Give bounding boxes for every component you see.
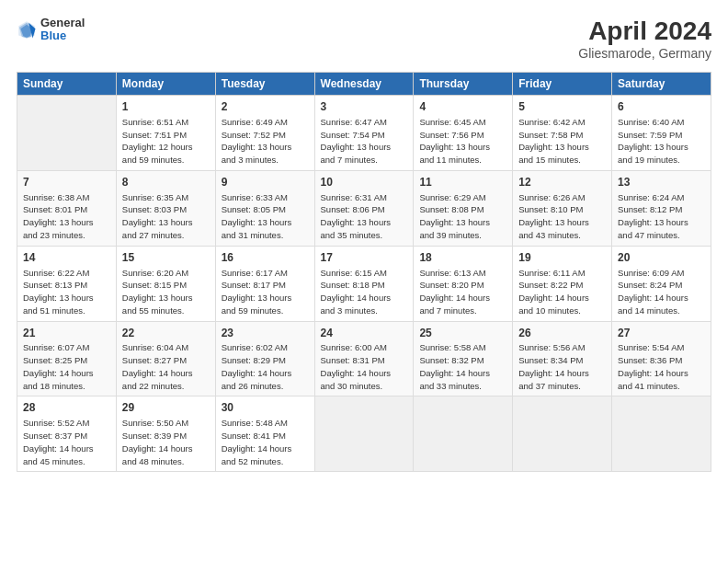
calendar-cell: 15Sunrise: 6:20 AM Sunset: 8:15 PM Dayli… xyxy=(116,246,215,321)
cell-info: Sunrise: 6:09 AM Sunset: 8:24 PM Dayligh… xyxy=(618,267,705,317)
day-number: 29 xyxy=(122,400,210,416)
logo-blue-text: Blue xyxy=(40,29,85,42)
week-row-1: 1Sunrise: 6:51 AM Sunset: 7:51 PM Daylig… xyxy=(17,96,711,171)
calendar-table: SundayMondayTuesdayWednesdayThursdayFrid… xyxy=(17,72,711,472)
cell-info: Sunrise: 5:48 AM Sunset: 8:41 PM Dayligh… xyxy=(222,417,309,467)
day-number: 30 xyxy=(222,400,309,416)
cell-info: Sunrise: 6:24 AM Sunset: 8:12 PM Dayligh… xyxy=(618,191,705,242)
cell-info: Sunrise: 6:35 AM Sunset: 8:03 PM Dayligh… xyxy=(122,191,210,242)
calendar-cell: 30Sunrise: 5:48 AM Sunset: 8:41 PM Dayli… xyxy=(215,396,314,472)
day-number: 23 xyxy=(222,326,309,341)
calendar-cell: 5Sunrise: 6:42 AM Sunset: 7:58 PM Daylig… xyxy=(513,96,612,171)
day-header-friday: Friday xyxy=(513,73,612,96)
calendar-cell: 19Sunrise: 6:11 AM Sunset: 8:22 PM Dayli… xyxy=(513,246,612,321)
calendar-cell: 4Sunrise: 6:45 AM Sunset: 7:56 PM Daylig… xyxy=(414,96,513,171)
calendar-cell: 13Sunrise: 6:24 AM Sunset: 8:12 PM Dayli… xyxy=(612,170,711,246)
day-number: 25 xyxy=(419,326,506,341)
cell-info: Sunrise: 6:04 AM Sunset: 8:27 PM Dayligh… xyxy=(122,341,210,392)
calendar-cell: 29Sunrise: 5:50 AM Sunset: 8:39 PM Dayli… xyxy=(116,396,215,472)
cell-info: Sunrise: 6:02 AM Sunset: 8:29 PM Dayligh… xyxy=(222,341,309,392)
calendar-cell: 24Sunrise: 6:00 AM Sunset: 8:31 PM Dayli… xyxy=(314,321,414,396)
day-number: 1 xyxy=(122,99,210,115)
day-number: 15 xyxy=(122,250,210,266)
day-header-tuesday: Tuesday xyxy=(215,73,314,96)
cell-info: Sunrise: 6:07 AM Sunset: 8:25 PM Dayligh… xyxy=(23,341,110,392)
cell-info: Sunrise: 6:00 AM Sunset: 8:31 PM Dayligh… xyxy=(321,341,408,392)
day-number: 4 xyxy=(419,99,506,115)
day-number: 28 xyxy=(23,400,110,416)
calendar-cell: 7Sunrise: 6:38 AM Sunset: 8:01 PM Daylig… xyxy=(17,170,117,246)
cell-info: Sunrise: 6:11 AM Sunset: 8:22 PM Dayligh… xyxy=(518,267,606,317)
cell-info: Sunrise: 6:29 AM Sunset: 8:08 PM Dayligh… xyxy=(419,191,506,242)
cell-info: Sunrise: 5:50 AM Sunset: 8:39 PM Dayligh… xyxy=(122,417,210,467)
header: General Blue April 2024 Gliesmarode, Ger… xyxy=(17,17,711,61)
logo-icon xyxy=(17,19,37,40)
cell-info: Sunrise: 6:22 AM Sunset: 8:13 PM Dayligh… xyxy=(23,267,110,317)
day-number: 22 xyxy=(122,326,210,341)
calendar-cell: 18Sunrise: 6:13 AM Sunset: 8:20 PM Dayli… xyxy=(414,246,513,321)
cell-info: Sunrise: 6:40 AM Sunset: 7:59 PM Dayligh… xyxy=(618,116,705,167)
day-number: 10 xyxy=(321,175,408,190)
logo-general-text: General xyxy=(40,17,85,29)
calendar-cell: 16Sunrise: 6:17 AM Sunset: 8:17 PM Dayli… xyxy=(215,246,314,321)
calendar-cell xyxy=(314,396,414,472)
calendar-cell xyxy=(513,396,612,472)
day-number: 7 xyxy=(23,175,110,190)
day-number: 6 xyxy=(618,99,705,115)
cell-info: Sunrise: 6:49 AM Sunset: 7:52 PM Dayligh… xyxy=(222,116,309,167)
calendar-cell xyxy=(17,96,117,171)
cell-info: Sunrise: 6:33 AM Sunset: 8:05 PM Dayligh… xyxy=(222,191,309,242)
calendar-cell: 3Sunrise: 6:47 AM Sunset: 7:54 PM Daylig… xyxy=(314,96,414,171)
logo: General Blue xyxy=(17,17,85,43)
calendar-cell: 9Sunrise: 6:33 AM Sunset: 8:05 PM Daylig… xyxy=(215,170,314,246)
calendar-cell: 23Sunrise: 6:02 AM Sunset: 8:29 PM Dayli… xyxy=(215,321,314,396)
cell-info: Sunrise: 6:51 AM Sunset: 7:51 PM Dayligh… xyxy=(122,116,210,167)
day-number: 14 xyxy=(23,250,110,266)
day-number: 19 xyxy=(518,250,606,266)
week-row-4: 21Sunrise: 6:07 AM Sunset: 8:25 PM Dayli… xyxy=(17,321,711,396)
calendar-cell xyxy=(612,396,711,472)
day-header-wednesday: Wednesday xyxy=(314,73,414,96)
day-number: 26 xyxy=(518,326,606,341)
calendar-cell: 22Sunrise: 6:04 AM Sunset: 8:27 PM Dayli… xyxy=(116,321,215,396)
day-number: 21 xyxy=(23,326,110,341)
calendar-cell: 14Sunrise: 6:22 AM Sunset: 8:13 PM Dayli… xyxy=(17,246,117,321)
calendar-cell: 20Sunrise: 6:09 AM Sunset: 8:24 PM Dayli… xyxy=(612,246,711,321)
title-block: April 2024 Gliesmarode, Germany xyxy=(578,17,711,61)
day-number: 13 xyxy=(618,175,705,190)
day-number: 8 xyxy=(122,175,210,190)
day-number: 11 xyxy=(419,175,506,190)
calendar-cell xyxy=(414,396,513,472)
cell-info: Sunrise: 6:42 AM Sunset: 7:58 PM Dayligh… xyxy=(518,116,606,167)
day-number: 24 xyxy=(321,326,408,341)
header-row: SundayMondayTuesdayWednesdayThursdayFrid… xyxy=(17,73,711,96)
cell-info: Sunrise: 6:13 AM Sunset: 8:20 PM Dayligh… xyxy=(419,267,506,317)
cell-info: Sunrise: 6:17 AM Sunset: 8:17 PM Dayligh… xyxy=(222,267,309,317)
calendar-cell: 2Sunrise: 6:49 AM Sunset: 7:52 PM Daylig… xyxy=(215,96,314,171)
cell-info: Sunrise: 5:56 AM Sunset: 8:34 PM Dayligh… xyxy=(518,341,606,392)
calendar-cell: 11Sunrise: 6:29 AM Sunset: 8:08 PM Dayli… xyxy=(414,170,513,246)
calendar-cell: 21Sunrise: 6:07 AM Sunset: 8:25 PM Dayli… xyxy=(17,321,117,396)
day-number: 20 xyxy=(618,250,705,266)
main-title: April 2024 xyxy=(578,17,711,46)
day-number: 2 xyxy=(222,99,309,115)
day-header-monday: Monday xyxy=(116,73,215,96)
page: General Blue April 2024 Gliesmarode, Ger… xyxy=(0,0,728,563)
day-number: 17 xyxy=(321,250,408,266)
day-number: 9 xyxy=(222,175,309,190)
day-number: 5 xyxy=(518,99,606,115)
cell-info: Sunrise: 6:15 AM Sunset: 8:18 PM Dayligh… xyxy=(321,267,408,317)
week-row-5: 28Sunrise: 5:52 AM Sunset: 8:37 PM Dayli… xyxy=(17,396,711,472)
day-number: 27 xyxy=(618,326,705,341)
cell-info: Sunrise: 6:47 AM Sunset: 7:54 PM Dayligh… xyxy=(321,116,408,167)
logo-text: General Blue xyxy=(40,17,85,43)
day-header-saturday: Saturday xyxy=(612,73,711,96)
calendar-cell: 17Sunrise: 6:15 AM Sunset: 8:18 PM Dayli… xyxy=(314,246,414,321)
day-header-thursday: Thursday xyxy=(414,73,513,96)
day-number: 3 xyxy=(321,99,408,115)
day-number: 16 xyxy=(222,250,309,266)
calendar-cell: 26Sunrise: 5:56 AM Sunset: 8:34 PM Dayli… xyxy=(513,321,612,396)
calendar-cell: 6Sunrise: 6:40 AM Sunset: 7:59 PM Daylig… xyxy=(612,96,711,171)
calendar-cell: 12Sunrise: 6:26 AM Sunset: 8:10 PM Dayli… xyxy=(513,170,612,246)
calendar-cell: 1Sunrise: 6:51 AM Sunset: 7:51 PM Daylig… xyxy=(116,96,215,171)
